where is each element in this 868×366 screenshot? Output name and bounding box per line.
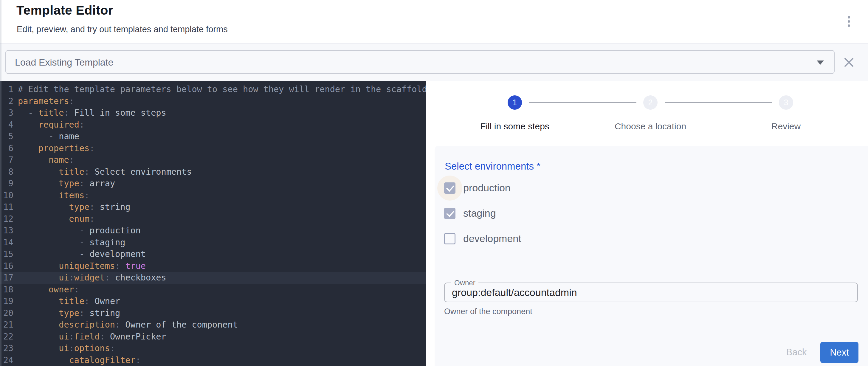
code-text: - title: Fill in some steps <box>13 107 166 119</box>
code-line[interactable]: 12 enum: <box>0 213 426 225</box>
page-subtitle: Edit, preview, and try out templates and… <box>17 25 228 34</box>
owner-field-value: group:default/accountadmin <box>452 283 577 302</box>
code-text: ui:field: OwnerPicker <box>13 331 166 343</box>
line-number: 17 <box>0 272 13 284</box>
line-number: 23 <box>0 342 13 355</box>
form-card: Select environments * productionstagingd… <box>435 146 868 366</box>
checkbox-staging[interactable] <box>444 208 456 219</box>
code-line[interactable]: 7 name: <box>0 154 426 166</box>
line-number: 21 <box>0 319 13 331</box>
code-line[interactable]: 5 - name <box>0 130 426 143</box>
owner-helper-text: Owner of the component <box>444 307 532 316</box>
checkbox-label[interactable]: development <box>463 233 521 244</box>
code-line[interactable]: 20 type: string <box>0 307 426 319</box>
owner-field[interactable]: Owner group:default/accountadmin <box>444 282 858 302</box>
page-header: Template Editor Edit, preview, and try o… <box>0 0 868 43</box>
dropdown-caret-icon <box>817 61 824 65</box>
template-editor-page: Template Editor Edit, preview, and try o… <box>0 0 868 366</box>
page-title: Template Editor <box>17 3 113 18</box>
line-number: 8 <box>0 166 13 178</box>
code-line[interactable]: 15 - development <box>0 248 426 260</box>
code-text: description: Owner of the component <box>13 319 238 331</box>
line-number: 12 <box>0 213 13 225</box>
code-text: type: string <box>13 201 130 213</box>
window-edge <box>0 0 1 366</box>
code-line[interactable]: 18 owner: <box>0 284 426 296</box>
code-text: catalogFilter: <box>13 355 141 366</box>
next-button[interactable]: Next <box>820 342 859 363</box>
code-text: properties: <box>13 143 94 154</box>
code-line[interactable]: 10 items: <box>0 189 426 202</box>
checkbox-row: staging <box>435 201 868 226</box>
step-connector <box>665 102 772 103</box>
code-line[interactable]: 21 description: Owner of the component <box>0 319 426 331</box>
line-number: 16 <box>0 260 13 272</box>
line-number: 10 <box>0 189 13 202</box>
close-icon <box>843 57 855 68</box>
line-number: 24 <box>0 355 13 366</box>
code-line[interactable]: 22 ui:field: OwnerPicker <box>0 331 426 343</box>
code-line[interactable]: 1# Edit the template parameters below to… <box>0 84 426 95</box>
code-text: items: <box>13 189 89 202</box>
line-number: 3 <box>0 107 13 119</box>
code-line[interactable]: 13 - production <box>0 225 426 237</box>
line-number: 19 <box>0 295 13 307</box>
line-number: 15 <box>0 248 13 260</box>
code-line[interactable]: 14 - staging <box>0 237 426 249</box>
code-editor[interactable]: 1# Edit the template parameters below to… <box>0 81 426 366</box>
code-line[interactable]: 9 type: array <box>0 178 426 189</box>
more-vertical-icon <box>848 16 850 19</box>
back-button[interactable]: Back <box>773 344 820 360</box>
step-circle-2: 2 <box>643 95 657 110</box>
line-number: 1 <box>0 84 13 95</box>
step-label-review: Review <box>717 121 855 131</box>
checkbox-label[interactable]: staging <box>463 208 496 219</box>
code-lines: 1# Edit the template parameters below to… <box>0 81 426 366</box>
code-line[interactable]: 3 - title: Fill in some steps <box>0 107 426 119</box>
code-line[interactable]: 6 properties: <box>0 143 426 154</box>
code-text: # Edit the template parameters below to … <box>13 84 426 95</box>
code-line[interactable]: 16 uniqueItems: true <box>0 260 426 272</box>
line-number: 5 <box>0 130 13 143</box>
line-number: 22 <box>0 331 13 343</box>
code-text: ui:options: <box>13 342 115 355</box>
line-number: 11 <box>0 201 13 213</box>
line-number: 9 <box>0 178 13 189</box>
code-text: - name <box>13 130 79 143</box>
load-template-select[interactable]: Load Existing Template <box>5 50 835 74</box>
checkbox-production[interactable] <box>444 182 456 194</box>
load-template-placeholder: Load Existing Template <box>15 51 113 74</box>
code-text: owner: <box>13 284 79 296</box>
code-text: uniqueItems: true <box>13 260 146 272</box>
code-text: name: <box>13 154 74 166</box>
code-text: type: array <box>13 178 115 189</box>
line-number: 6 <box>0 143 13 154</box>
checkbox-development[interactable] <box>444 233 456 244</box>
checkbox-row: development <box>435 226 868 251</box>
code-line[interactable]: 2parameters: <box>0 95 426 107</box>
code-line[interactable]: 8 title: Select environments <box>0 166 426 178</box>
line-number: 14 <box>0 237 13 249</box>
code-line[interactable]: 4 required: <box>0 119 426 131</box>
clear-template-button[interactable] <box>842 55 856 69</box>
step-circle-3: 3 <box>779 95 793 110</box>
more-options-button[interactable] <box>841 12 857 31</box>
code-text: required: <box>13 119 84 131</box>
code-line[interactable]: 11 type: string <box>0 201 426 213</box>
code-text: title: Owner <box>13 295 120 307</box>
line-number: 7 <box>0 154 13 166</box>
code-line[interactable]: 24 catalogFilter: <box>0 355 426 366</box>
code-text: - development <box>13 248 146 260</box>
code-line[interactable]: 19 title: Owner <box>0 295 426 307</box>
line-number: 18 <box>0 284 13 296</box>
step-label-choose-a-location: Choose a location <box>582 121 719 131</box>
checkbox-label[interactable]: production <box>463 182 510 194</box>
code-text: enum: <box>13 213 94 225</box>
code-line[interactable]: 23 ui:options: <box>0 342 426 355</box>
code-text: ui:widget: checkboxes <box>13 272 166 284</box>
code-line[interactable]: 17 ui:widget: checkboxes <box>0 272 426 284</box>
code-text: parameters: <box>13 95 74 107</box>
environments-label: Select environments * <box>445 161 540 172</box>
step-label-fill-in-some-steps: Fill in some steps <box>446 121 583 131</box>
line-number: 4 <box>0 119 13 131</box>
